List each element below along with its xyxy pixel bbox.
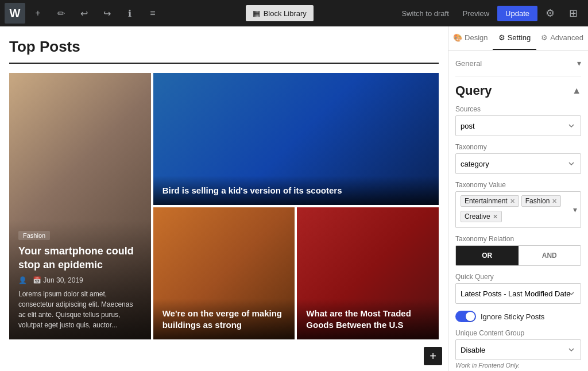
ignore-sticky-row: Ignore Sticky Posts	[455, 311, 581, 322]
ignore-sticky-label: Ignore Sticky Posts	[481, 312, 544, 321]
settings-button[interactable]: ⚙	[540, 3, 560, 24]
taxonomy-tags-input[interactable]: Entertainment ✕ Fashion ✕ Creative ✕ ▾	[455, 191, 581, 228]
taxonomy-select[interactable]: category	[455, 153, 581, 174]
query-title: Query ▲	[455, 83, 581, 98]
query-section: Query ▲ Sources post Taxonomy category	[455, 76, 581, 371]
post-title-large: Your smartphone could stop an epidemic	[18, 245, 142, 272]
sidebar-tabs: 🎨 Design ⚙ Setting ⚙ Advanced	[448, 26, 588, 51]
switch-to-draft-button[interactable]: Switch to draft	[396, 6, 454, 21]
quick-query-select[interactable]: Latest Posts - Last Modified Date	[455, 283, 581, 304]
update-button[interactable]: Update	[497, 6, 537, 21]
sources-label: Sources	[455, 105, 581, 113]
design-icon: 🎨	[453, 33, 462, 42]
query-collapse-button[interactable]: ▲	[572, 86, 581, 96]
post-overlay-bottom-mid: We're on the verge of making buildings a…	[153, 299, 295, 339]
main-content: Top Posts Fashion Your smartphone could …	[0, 26, 588, 371]
taxonomy-label: Taxonomy	[455, 143, 581, 151]
general-accordion-header[interactable]: General ▾	[455, 55, 581, 71]
tag-entertainment: Entertainment ✕	[461, 195, 519, 207]
post-category: Fashion	[18, 231, 50, 240]
general-accordion: General ▾	[455, 51, 581, 76]
add-block-button[interactable]: +	[424, 347, 442, 365]
editor-area: Top Posts Fashion Your smartphone could …	[0, 26, 448, 371]
author-icon: 👤	[18, 276, 27, 284]
info-button[interactable]: ℹ	[119, 3, 140, 24]
sidebar-content: General ▾ Query ▲ Sources post	[448, 51, 588, 371]
post-title-top-right: Bird is selling a kid's version of its s…	[163, 185, 430, 196]
ignore-sticky-toggle[interactable]	[455, 311, 476, 322]
setting-icon: ⚙	[498, 33, 505, 42]
post-overlay-bottom-right: What are the Most Traded Goods Between t…	[297, 299, 439, 339]
tab-design[interactable]: 🎨 Design	[448, 26, 493, 50]
general-arrow: ▾	[577, 59, 581, 68]
sidebar: 🎨 Design ⚙ Setting ⚙ Advanced General ▾	[448, 26, 588, 371]
post-title-bottom-right: What are the Most Traded Goods Between t…	[306, 308, 430, 330]
taxonomy-group: Taxonomy category	[455, 143, 581, 174]
taxonomy-relation-label: Taxonomy Relation	[455, 235, 581, 243]
tag-fashion-remove[interactable]: ✕	[552, 198, 557, 205]
post-excerpt: Lorems ipsum dolor sit amet, consectetur…	[18, 289, 142, 330]
quick-query-group: Quick Query Latest Posts - Last Modified…	[455, 273, 581, 304]
post-overlay-top-right: Bird is selling a kid's version of its s…	[153, 176, 439, 206]
post-card-bottom-mid[interactable]: We're on the verge of making buildings a…	[153, 207, 295, 339]
posts-grid: Fashion Your smartphone could stop an ep…	[9, 73, 439, 339]
tag-fashion: Fashion ✕	[521, 195, 562, 207]
relation-group: OR AND	[455, 245, 581, 266]
taxonomy-value-label: Taxonomy Value	[455, 181, 581, 189]
preview-button[interactable]: Preview	[457, 6, 495, 21]
post-title-bottom-mid: We're on the verge of making buildings a…	[163, 308, 286, 330]
block-library-button[interactable]: ▦ Block Library	[246, 5, 314, 21]
title-divider	[9, 63, 439, 64]
blocks-panel-button[interactable]: ⊞	[563, 3, 583, 24]
draw-button[interactable]: ✏	[51, 3, 71, 24]
relation-or-button[interactable]: OR	[456, 246, 519, 265]
advanced-icon: ⚙	[541, 33, 548, 42]
toggle-knob	[466, 312, 475, 321]
top-bar: W + ✏ ↩ ↪ ℹ ≡ ▦ Block Library Switch to …	[0, 0, 588, 26]
sources-select[interactable]: post	[455, 115, 581, 136]
tab-setting[interactable]: ⚙ Setting	[493, 26, 537, 50]
post-meta: 👤 📅 Jun 30, 2019	[18, 276, 142, 284]
taxonomy-value-group: Taxonomy Value Entertainment ✕ Fashion ✕…	[455, 181, 581, 228]
list-button[interactable]: ≡	[142, 3, 163, 24]
tag-creative-remove[interactable]: ✕	[493, 213, 498, 221]
general-title: General	[455, 59, 482, 68]
unique-content-group: Unique Content Group Disable Work in Fro…	[455, 329, 581, 369]
quick-query-label: Quick Query	[455, 273, 581, 281]
add-button[interactable]: +	[28, 3, 48, 24]
post-card-large[interactable]: Fashion Your smartphone could stop an ep…	[9, 73, 151, 339]
tag-creative: Creative ✕	[461, 211, 502, 222]
taxonomy-relation-group: Taxonomy Relation OR AND	[455, 235, 581, 266]
wp-logo: W	[5, 3, 25, 24]
block-library-icon: ▦	[253, 9, 260, 18]
tags-dropdown-arrow[interactable]: ▾	[573, 205, 577, 214]
post-card-bottom-right[interactable]: What are the Most Traded Goods Between t…	[297, 207, 439, 339]
tab-advanced[interactable]: ⚙ Advanced	[536, 26, 588, 50]
post-date: 📅 Jun 30, 2019	[33, 276, 83, 284]
relation-and-button[interactable]: AND	[519, 246, 581, 265]
page-title: Top Posts	[9, 38, 439, 56]
unique-content-label: Unique Content Group	[455, 329, 581, 337]
unique-content-note: Work in Frontend Only.	[455, 362, 581, 369]
unique-content-select[interactable]: Disable	[455, 339, 581, 360]
sources-group: Sources post	[455, 105, 581, 136]
redo-button[interactable]: ↪	[96, 3, 117, 24]
post-card-top-right[interactable]: Bird is selling a kid's version of its s…	[153, 73, 439, 205]
undo-button[interactable]: ↩	[74, 3, 94, 24]
post-overlay-large: Fashion Your smartphone could stop an ep…	[9, 221, 151, 339]
tag-entertainment-remove[interactable]: ✕	[510, 198, 515, 205]
